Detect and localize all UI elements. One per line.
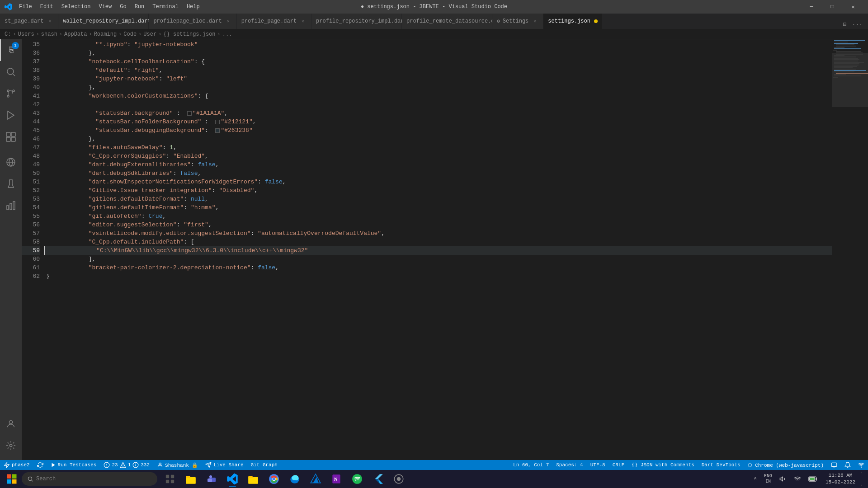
tray-lang[interactable]: ENGIN bbox=[761, 472, 775, 486]
code-lines[interactable]: "*.ipynb": "jupyter-notebook" }, "notebo… bbox=[44, 39, 832, 460]
browser-label: ⬡ Chrome (web-javascript) bbox=[748, 462, 824, 468]
explorer-taskbar-app[interactable] bbox=[181, 470, 201, 488]
dart-devtools-item[interactable]: Dart DevTools bbox=[698, 460, 744, 470]
onenote-taskbar-app[interactable]: N bbox=[326, 470, 346, 488]
tab-wallet-repo[interactable]: wallet_repository_impl.dart bbox=[58, 14, 149, 29]
source-control-icon[interactable] bbox=[0, 83, 22, 104]
breadcrumb-part[interactable]: Code bbox=[123, 31, 137, 38]
svg-point-64 bbox=[397, 477, 401, 481]
svg-rect-28 bbox=[831, 463, 837, 466]
spotify-taskbar-app[interactable] bbox=[347, 470, 367, 488]
breadcrumb-part[interactable]: User bbox=[143, 31, 156, 38]
breadcrumb-part[interactable]: Users bbox=[18, 31, 34, 38]
chrome-taskbar-app[interactable] bbox=[264, 470, 284, 488]
tab-settings-ui[interactable]: ⚙ Settings ✕ bbox=[492, 14, 543, 29]
teams-taskbar-app[interactable] bbox=[202, 470, 222, 488]
language-mode-item[interactable]: {} JSON with Comments bbox=[628, 460, 698, 470]
live-share-item[interactable]: Live Share bbox=[202, 460, 247, 470]
tab-close-icon[interactable]: ✕ bbox=[46, 18, 53, 25]
remote-explorer-icon[interactable] bbox=[0, 151, 22, 173]
breadcrumb-part[interactable]: shash bbox=[41, 31, 57, 38]
breadcrumb-part[interactable]: ... bbox=[222, 31, 232, 38]
menu-edit[interactable]: Edit bbox=[37, 2, 57, 12]
menu-view[interactable]: View bbox=[95, 2, 115, 12]
edge-taskbar-app[interactable] bbox=[285, 470, 305, 488]
spaces-item[interactable]: Spaces: 4 bbox=[552, 460, 586, 470]
encoding-item[interactable]: UTF-8 bbox=[587, 460, 609, 470]
menu-file[interactable]: File bbox=[15, 2, 36, 12]
minimize-button[interactable]: ─ bbox=[801, 0, 822, 14]
menu-help[interactable]: Help bbox=[183, 2, 203, 12]
tray-clock[interactable]: 11:26 AM 15-02-2022 bbox=[822, 471, 859, 487]
breadcrumb-part[interactable]: AppData bbox=[64, 31, 87, 38]
azure-taskbar-app[interactable] bbox=[306, 470, 326, 488]
branch-status-item[interactable]: phase2 bbox=[0, 460, 33, 470]
cursor-position-item[interactable]: Ln 60, Col 7 bbox=[509, 460, 552, 470]
breadcrumb-part[interactable]: Roaming bbox=[94, 31, 117, 38]
tab-profile-remote[interactable]: profile_remote_datasource.dart ✕ bbox=[402, 14, 492, 29]
network-icon bbox=[794, 475, 801, 483]
menu-terminal[interactable]: Terminal bbox=[149, 2, 182, 12]
code-editor[interactable]: 35 36 37 38 39 40 41 42 43 44 45 46 47 4… bbox=[22, 39, 868, 460]
svg-point-45 bbox=[209, 475, 212, 478]
more-actions-button[interactable]: ··· bbox=[850, 20, 864, 29]
maximize-button[interactable]: □ bbox=[822, 0, 843, 14]
flutter-taskbar-app[interactable] bbox=[368, 470, 388, 488]
git-graph-item[interactable]: Git Graph bbox=[247, 460, 281, 470]
notification-item[interactable] bbox=[841, 460, 854, 470]
circle-taskbar-app[interactable] bbox=[389, 470, 409, 488]
breadcrumb-part[interactable]: {} settings.json bbox=[163, 31, 215, 38]
tab-profilepage-bloc[interactable]: profilepage_bloc.dart ✕ bbox=[149, 14, 236, 29]
tab-close-icon[interactable]: ✕ bbox=[299, 18, 307, 25]
svg-point-2 bbox=[7, 90, 9, 92]
errors-item[interactable]: 23 1 332 bbox=[100, 460, 153, 470]
svg-marker-17 bbox=[5, 462, 9, 468]
broadcast-item[interactable] bbox=[854, 460, 868, 470]
browser-item[interactable]: ⬡ Chrome (web-javascript) bbox=[744, 460, 827, 470]
tray-chevron[interactable]: ^ bbox=[751, 474, 760, 483]
tray-battery[interactable] bbox=[806, 474, 820, 484]
svg-point-15 bbox=[9, 421, 12, 424]
tray-network[interactable] bbox=[791, 474, 804, 484]
line-ending-item[interactable]: CRLF bbox=[609, 460, 628, 470]
accounts-icon[interactable] bbox=[0, 413, 22, 435]
close-button[interactable]: ✕ bbox=[843, 0, 863, 14]
vscode-taskbar-app[interactable] bbox=[222, 470, 242, 488]
svg-point-23 bbox=[123, 466, 123, 467]
code-line-48: "C_Cpp.errorSquiggles": "Enabled", bbox=[44, 152, 832, 160]
breadcrumb-part[interactable]: C: bbox=[5, 31, 11, 38]
settings-manage-icon[interactable] bbox=[0, 435, 22, 456]
explorer-icon[interactable]: ⎘ 1 bbox=[0, 39, 22, 61]
remote-item[interactable] bbox=[827, 460, 841, 470]
task-view-app[interactable] bbox=[160, 470, 180, 488]
settings-tab-icon: ⚙ bbox=[497, 18, 500, 24]
tab-close-icon[interactable]: ✕ bbox=[225, 18, 232, 25]
task-view-icon bbox=[165, 474, 175, 484]
taskbar-search-box[interactable]: Search bbox=[22, 472, 157, 486]
testing-icon[interactable] bbox=[0, 173, 22, 195]
show-desktop-button[interactable] bbox=[861, 472, 863, 486]
tab-label: st_page.dart bbox=[5, 18, 43, 24]
split-editor-button[interactable]: ⊟ bbox=[841, 20, 849, 29]
tab-settings-json[interactable]: settings.json bbox=[543, 14, 603, 29]
title-bar-left: File Edit Selection View Go Run Terminal… bbox=[5, 2, 203, 12]
tray-volume[interactable] bbox=[777, 474, 789, 484]
line-ending-label: CRLF bbox=[613, 462, 624, 468]
user-item[interactable]: Shashank 🔒 bbox=[153, 460, 202, 470]
menu-go[interactable]: Go bbox=[116, 2, 130, 12]
tab-profile-repo-impl[interactable]: profile_repository_impl.dart ✕ bbox=[311, 14, 402, 29]
circle-app-icon bbox=[393, 473, 405, 485]
sync-status-item[interactable] bbox=[33, 460, 47, 470]
tab-close-icon[interactable]: ✕ bbox=[531, 18, 538, 25]
tab-profile-page[interactable]: profile_page.dart ✕ bbox=[237, 14, 311, 29]
files-taskbar-app[interactable] bbox=[243, 470, 263, 488]
run-testcases-item[interactable]: Run Testcases bbox=[47, 460, 100, 470]
analytics-icon[interactable] bbox=[0, 195, 22, 216]
run-debug-icon[interactable] bbox=[0, 104, 22, 126]
tab-st-page[interactable]: st_page.dart ✕ bbox=[0, 14, 58, 29]
menu-selection[interactable]: Selection bbox=[58, 2, 94, 12]
windows-start-button[interactable] bbox=[3, 472, 21, 486]
search-icon[interactable] bbox=[0, 61, 22, 83]
extensions-icon[interactable] bbox=[0, 126, 22, 148]
menu-run[interactable]: Run bbox=[131, 2, 148, 12]
